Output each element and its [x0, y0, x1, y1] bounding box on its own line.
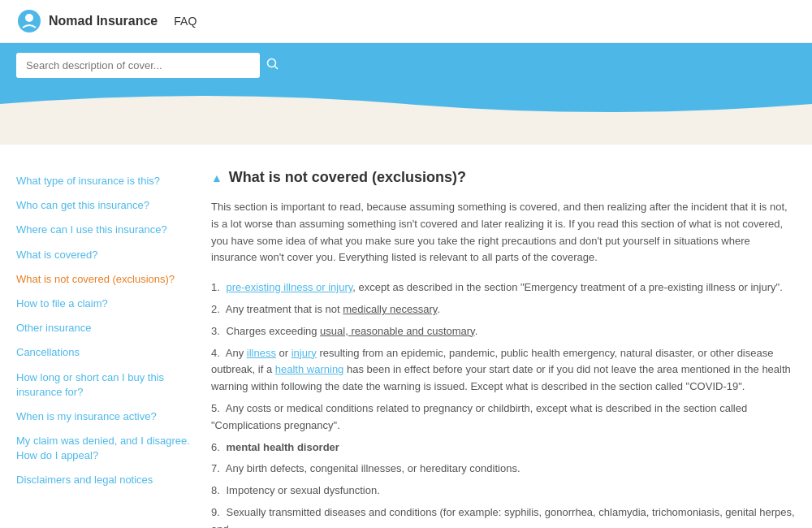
- svg-point-2: [268, 58, 276, 67]
- sidebar-item-7[interactable]: Cancellations: [16, 340, 195, 365]
- exclusion-5-text: Any costs or medical conditions related …: [211, 402, 747, 431]
- exclusion-item-3: 3. Charges exceeding usual, reasonable a…: [211, 323, 796, 340]
- exclusion-4-text-1: Any: [226, 347, 247, 359]
- svg-point-1: [25, 14, 33, 22]
- header: Nomad Insurance FAQ: [0, 0, 812, 43]
- logo-icon: [16, 8, 42, 34]
- num-8: 8.: [211, 484, 220, 496]
- exclusion-6-text: mental health disorder: [226, 441, 339, 453]
- white-spacer: [0, 145, 812, 153]
- num-6: 6.: [211, 441, 220, 453]
- exclusion-item-6: 6. mental health disorder: [211, 439, 796, 457]
- search-button[interactable]: [266, 58, 279, 74]
- svg-line-3: [275, 66, 279, 69]
- section-title: ▲ What is not covered (exclusions)?: [211, 169, 796, 186]
- search-input[interactable]: [16, 53, 260, 78]
- exclusion-8-text: Impotency or sexual dysfunction.: [226, 484, 379, 496]
- sidebar-item-0[interactable]: What type of insurance is this?: [16, 169, 195, 193]
- exclusion-item-5: 5. Any costs or medical conditions relat…: [211, 400, 796, 435]
- exclusion-3-text-1: Charges exceeding: [226, 325, 320, 337]
- exclusions-list: 1. pre-existing illness or injury, excep…: [211, 279, 796, 528]
- main-content: What type of insurance is this? Who can …: [0, 153, 812, 528]
- nav-faq[interactable]: FAQ: [174, 15, 197, 28]
- exclusion-2-link: medically necessary: [343, 303, 437, 315]
- logo-area: Nomad Insurance: [16, 8, 158, 34]
- num-2: 2.: [211, 303, 220, 315]
- collapse-icon[interactable]: ▲: [211, 171, 222, 184]
- sidebar-item-1[interactable]: Who can get this insurance?: [16, 193, 195, 218]
- exclusion-item-7: 7. Any birth defects, congenital illness…: [211, 461, 796, 478]
- num-3: 3.: [211, 325, 220, 337]
- sidebar-item-9[interactable]: When is my insurance active?: [16, 405, 195, 429]
- exclusion-9-text: Sexually transmitted diseases and condit…: [211, 506, 795, 528]
- section-title-text: What is not covered (exclusions)?: [229, 169, 466, 186]
- exclusion-2-text-1: Any treatment that is not: [226, 303, 343, 315]
- sidebar-item-8[interactable]: How long or short can I buy this insuran…: [16, 366, 195, 405]
- sidebar-item-5[interactable]: How to file a claim?: [16, 292, 195, 316]
- wave-svg: [0, 88, 812, 120]
- exclusion-item-1: 1. pre-existing illness or injury, excep…: [211, 279, 796, 296]
- exclusion-3-link: usual, reasonable and customary: [320, 325, 475, 337]
- logo-text: Nomad Insurance: [49, 14, 158, 28]
- exclusion-7-text: Any birth defects, congenital illnesses,…: [226, 462, 520, 474]
- search-bar: [0, 43, 812, 88]
- exclusion-1-link[interactable]: pre-existing illness or injury: [226, 281, 352, 293]
- sidebar-item-10[interactable]: My claim was denied, and I disagree. How…: [16, 429, 195, 468]
- exclusion-4-injury[interactable]: injury: [292, 347, 317, 359]
- num-1: 1.: [211, 281, 220, 293]
- exclusion-1-text: , except as described in the section "Em…: [352, 281, 782, 293]
- num-5: 5.: [211, 402, 220, 414]
- sidebar: What type of insurance is this? Who can …: [16, 169, 195, 528]
- exclusion-4-text-2: or: [276, 347, 292, 359]
- section-intro: This section is important to read, becau…: [211, 199, 796, 266]
- sidebar-item-3[interactable]: What is covered?: [16, 243, 195, 267]
- exclusion-item-4: 4. Any illness or injury resulting from …: [211, 345, 796, 396]
- num-4: 4.: [211, 347, 220, 359]
- exclusion-4-health-warning[interactable]: health warning: [275, 363, 344, 375]
- exclusion-item-9: 9. Sexually transmitted diseases and con…: [211, 504, 796, 528]
- exclusion-item-2: 2. Any treatment that is not medically n…: [211, 301, 796, 318]
- search-icon: [266, 58, 279, 71]
- sidebar-item-6[interactable]: Other insurance: [16, 316, 195, 340]
- cream-bg: [0, 120, 812, 145]
- exclusion-3-text-2: .: [475, 325, 478, 337]
- content-area: ▲ What is not covered (exclusions)? This…: [211, 169, 796, 528]
- sidebar-item-4[interactable]: What is not covered (exclusions)?: [16, 267, 195, 292]
- exclusion-2-text-2: .: [437, 303, 440, 315]
- exclusion-item-8: 8. Impotency or sexual dysfunction.: [211, 483, 796, 500]
- sidebar-item-11[interactable]: Disclaimers and legal notices: [16, 468, 195, 492]
- sidebar-item-2[interactable]: Where can I use this insurance?: [16, 218, 195, 242]
- num-9: 9.: [211, 506, 220, 518]
- wave-divider: [0, 88, 812, 120]
- exclusion-4-illness[interactable]: illness: [247, 347, 276, 359]
- num-7: 7.: [211, 462, 220, 474]
